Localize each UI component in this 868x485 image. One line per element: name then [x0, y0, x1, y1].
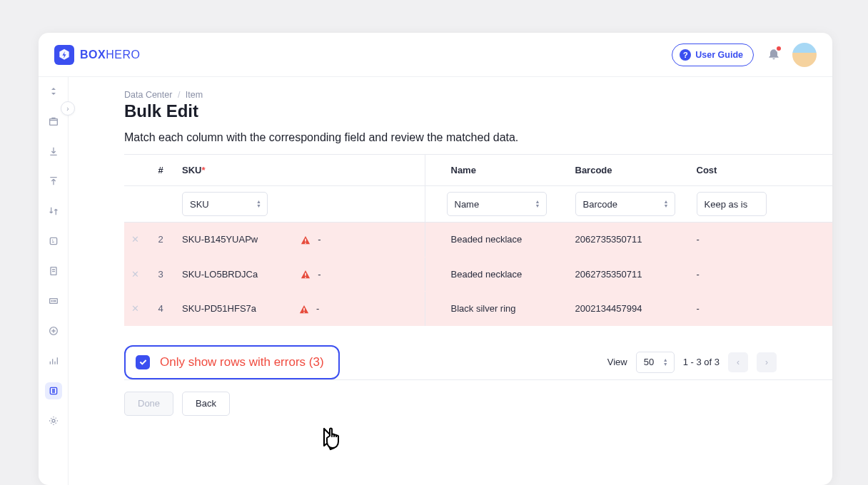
warning-icon	[301, 270, 311, 280]
brand-name: BOXHERO	[80, 48, 140, 61]
cell-error: -	[318, 234, 321, 245]
field-select-sku[interactable]: SKU ▲▼	[182, 192, 268, 216]
sidebar-expand-button[interactable]: ›	[61, 101, 75, 116]
sidebar-item-add[interactable]	[45, 322, 62, 340]
field-select-name[interactable]: Name ▲▼	[447, 192, 547, 216]
topbar: BOXHERO ? User Guide	[39, 33, 832, 77]
pager-range: 1 - 3 of 3	[683, 357, 720, 367]
cell-error: -	[316, 303, 319, 314]
col-header-barcode: Barcode	[568, 155, 690, 186]
sidebar-item-stock-out[interactable]	[45, 173, 62, 190]
avatar[interactable]	[792, 43, 817, 67]
cell-barcode: 2062735350711	[568, 257, 690, 292]
breadcrumb-current: Item	[186, 90, 203, 100]
help-icon: ?	[680, 49, 691, 61]
row-number: 3	[146, 257, 175, 292]
errors-only-label: Only show rows with errors (3)	[160, 355, 324, 369]
sidebar-item-document[interactable]	[45, 262, 62, 280]
chevron-sort-icon: ▲▼	[664, 200, 669, 208]
col-header-number: #	[146, 155, 175, 186]
pager: View 50 ▲▼ 1 - 3 of 3 ‹ ›	[607, 352, 777, 373]
cell-sku: SKU-LO5BRDJCa-	[175, 257, 425, 292]
cell-sku: SKU-PD51HFS7a-	[175, 292, 425, 327]
errors-only-filter[interactable]: Only show rows with errors (3)	[124, 345, 340, 379]
field-select-cost[interactable]: Keep as is	[697, 192, 767, 216]
pager-view-label: View	[607, 357, 627, 367]
brand-bold: BOX	[80, 48, 106, 61]
cell-error: -	[318, 269, 321, 280]
mapping-table: # SKU* Name Barcode Cost	[124, 154, 832, 327]
chevron-sort-icon: ▲▼	[256, 200, 261, 208]
pager-prev-button[interactable]: ‹	[728, 352, 748, 372]
sidebar-item-barcode[interactable]	[45, 292, 62, 310]
warning-icon	[301, 235, 311, 245]
remove-row-icon[interactable]: ✕	[131, 269, 139, 280]
page-subtitle: Match each column with the corresponding…	[69, 131, 832, 144]
field-select-barcode[interactable]: Barcode ▲▼	[575, 192, 675, 216]
chevron-sort-icon: ▲▼	[663, 358, 668, 367]
brand-thin: HERO	[106, 48, 140, 61]
sidebar-item-stock-in[interactable]	[45, 143, 62, 160]
page-size-select[interactable]: 50 ▲▼	[636, 352, 675, 373]
done-button[interactable]: Done	[124, 392, 173, 416]
breadcrumb-sep: /	[178, 90, 180, 100]
col-header-cost: Cost	[690, 155, 833, 186]
remove-row-icon[interactable]: ✕	[131, 234, 139, 245]
chevron-sort-icon: ▲▼	[535, 200, 540, 208]
sidebar: ›	[39, 77, 69, 485]
cell-cost: -	[690, 257, 833, 292]
sidebar-item-data-center[interactable]	[45, 382, 62, 399]
notification-badge-icon	[775, 45, 782, 52]
cell-barcode: 2062735350711	[568, 223, 690, 257]
cell-cost: -	[690, 223, 833, 257]
cell-barcode: 2002134457994	[568, 292, 690, 327]
sidebar-collapse-toggle[interactable]	[45, 83, 62, 100]
sidebar-item-settings[interactable]	[45, 412, 62, 429]
cell-name: Beaded necklace	[440, 257, 568, 292]
remove-row-icon[interactable]: ✕	[131, 303, 139, 314]
cell-cost: -	[690, 292, 833, 327]
cell-name: Black silver ring	[440, 292, 568, 327]
svg-rect-0	[49, 119, 57, 126]
page-title: Bulk Edit	[69, 101, 832, 121]
cell-sku: SKU-B145YUAPw-	[175, 223, 425, 257]
notifications-button[interactable]	[767, 46, 781, 63]
sidebar-item-transfer[interactable]	[45, 203, 62, 220]
user-guide-button[interactable]: ? User Guide	[672, 44, 754, 66]
sidebar-item-label[interactable]	[45, 233, 62, 250]
svg-point-6	[52, 419, 55, 422]
col-header-name: Name	[440, 155, 568, 186]
cell-name: Beaded necklace	[440, 223, 568, 257]
table-row: ✕2SKU-B145YUAPw-Beaded necklace206273535…	[124, 223, 832, 257]
sidebar-item-analytics[interactable]	[45, 352, 62, 369]
pager-next-button[interactable]: ›	[757, 352, 777, 372]
col-header-sku: SKU*	[175, 155, 425, 186]
row-number: 2	[146, 223, 175, 257]
user-guide-label: User Guide	[695, 50, 743, 60]
brand-logo[interactable]: BOXHERO	[54, 45, 140, 65]
app-window: BOXHERO ? User Guide ›	[39, 33, 832, 485]
svg-rect-1	[50, 238, 56, 244]
back-button[interactable]: Back	[182, 392, 230, 416]
table-row: ✕4SKU-PD51HFS7a-Black silver ring2002134…	[124, 292, 832, 327]
row-number: 4	[146, 292, 175, 327]
logo-mark-icon	[54, 45, 74, 65]
breadcrumb-parent[interactable]: Data Center	[124, 90, 172, 100]
warning-icon	[299, 305, 309, 315]
breadcrumb: Data Center / Item	[69, 90, 832, 100]
sidebar-item-box[interactable]	[45, 113, 62, 130]
checkbox-checked-icon	[136, 355, 150, 369]
main-content: Data Center / Item Bulk Edit Match each …	[69, 77, 832, 485]
table-row: ✕3SKU-LO5BRDJCa-Beaded necklace206273535…	[124, 257, 832, 292]
